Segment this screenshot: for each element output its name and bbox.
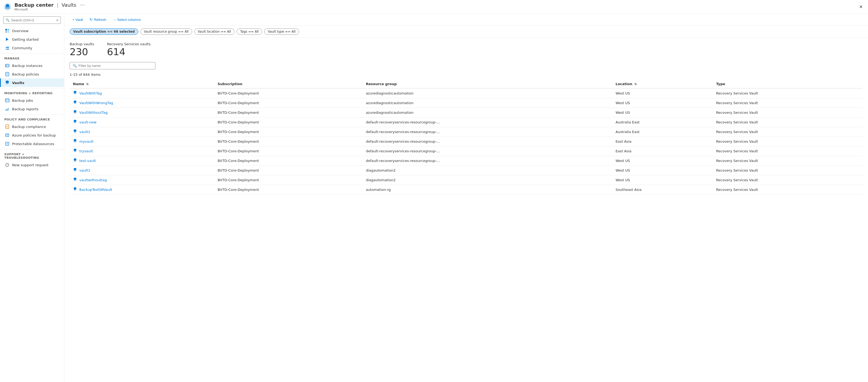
- cell-resourceGroup-0: azurediagnosticautomation: [363, 88, 612, 98]
- cell-name-10[interactable]: BackupTestSRVault: [70, 185, 214, 194]
- table-row[interactable]: VaultWithTagBVTD-Core-Deploymentazuredia…: [70, 88, 863, 98]
- col-header-location[interactable]: Location ⇅: [612, 80, 713, 88]
- vault-name-link-4[interactable]: vault1: [79, 130, 90, 134]
- sidebar-item-overview[interactable]: Overview: [0, 27, 64, 35]
- search-box[interactable]: 🔍 «: [3, 16, 61, 24]
- sidebar-item-backup-jobs[interactable]: Backup jobs: [0, 96, 64, 105]
- cell-name-0[interactable]: VaultWithTag: [70, 89, 214, 98]
- title-bar: Backup center | Vaults ··· Microsoft ✕: [0, 0, 868, 14]
- svg-rect-14: [6, 65, 7, 66]
- vault-row-icon: [73, 139, 77, 144]
- sort-icon-name: ⇅: [85, 82, 89, 86]
- sidebar-item-backup-reports[interactable]: Backup reports: [0, 105, 64, 113]
- filter-chip-vaultType[interactable]: Vault type == All: [264, 28, 299, 35]
- table-wrap: Name ⇅SubscriptionResource groupLocation…: [70, 80, 863, 195]
- sidebar-item-backup-policies[interactable]: Backup policies: [0, 70, 64, 78]
- cell-name-6[interactable]: tryvault: [70, 146, 214, 156]
- page-name: Vaults: [62, 2, 76, 8]
- cell-type-10: Recovery Services Vault: [713, 185, 863, 195]
- sidebar-item-azure-policies[interactable]: Azure policies for backup: [0, 131, 64, 139]
- cell-location-8: West US: [612, 166, 713, 175]
- sidebar-item-backup-instances[interactable]: Backup instances: [0, 61, 64, 70]
- filter-chip-location[interactable]: Vault location == All: [194, 28, 235, 35]
- refresh-button[interactable]: ↻ Refresh: [87, 16, 109, 23]
- recovery-vaults-label: Recovery Services vaults: [107, 42, 151, 46]
- cell-subscription-8: BVTD-Core-Deployment: [214, 166, 363, 175]
- cell-name-7[interactable]: test-vault: [70, 156, 214, 166]
- vault-name-link-9[interactable]: vaultwithouttag: [79, 178, 107, 182]
- filter-chip-resourceGroup[interactable]: Vault resource group == All: [141, 28, 192, 35]
- sidebar-item-protectable-datasources[interactable]: Protectable datasources: [0, 139, 64, 148]
- svg-point-65: [74, 178, 76, 180]
- vault-row-icon: [73, 177, 77, 182]
- more-options-dots[interactable]: ···: [80, 2, 85, 8]
- sidebar-item-community[interactable]: Community: [0, 44, 64, 52]
- recovery-vaults-stat: Recovery Services vaults 614: [107, 42, 151, 57]
- cell-name-4[interactable]: vault1: [70, 127, 214, 137]
- vault-row-icon: [73, 129, 77, 134]
- cell-name-9[interactable]: vaultwithouttag: [70, 175, 214, 185]
- cell-resourceGroup-9: diagautomation2: [363, 175, 612, 185]
- search-input[interactable]: [11, 18, 56, 22]
- cell-location-2: West US: [612, 108, 713, 117]
- sidebar-item-label-vaults: Vaults: [12, 81, 24, 85]
- vault-name-link-0[interactable]: VaultWithTag: [79, 91, 102, 95]
- app-name: Backup center: [14, 2, 54, 8]
- cell-name-1[interactable]: VaultWithWrongTag: [70, 98, 214, 108]
- svg-point-33: [6, 143, 8, 145]
- cell-name-5[interactable]: myvault: [70, 137, 214, 146]
- table-row[interactable]: tryvaultBVTD-Core-Deploymentdefault-reco…: [70, 146, 863, 156]
- svg-point-41: [74, 101, 76, 103]
- toolbar: + Vault ↻ Refresh → Select columns: [64, 14, 868, 26]
- filter-input-wrap[interactable]: 🔍: [70, 62, 155, 69]
- table-row[interactable]: myvaultBVTD-Core-Deploymentdefault-recov…: [70, 137, 863, 146]
- collapse-sidebar-button[interactable]: «: [56, 18, 58, 22]
- svg-point-3: [6, 4, 9, 6]
- vault-name-link-2[interactable]: VaultWithoutTag: [79, 110, 108, 114]
- cell-type-3: Recovery Services Vault: [713, 117, 863, 127]
- cell-type-0: Recovery Services Vault: [713, 88, 863, 98]
- vault-name-link-8[interactable]: vault1: [79, 168, 90, 172]
- vault-name-link-7[interactable]: test-vault: [79, 159, 96, 163]
- svg-point-59: [74, 159, 76, 160]
- table-row[interactable]: BackupTestSRVaultBVTD-Core-Deploymentaut…: [70, 185, 863, 195]
- col-header-name[interactable]: Name ⇅: [70, 80, 214, 88]
- close-button[interactable]: ✕: [857, 3, 865, 10]
- filter-by-name-input[interactable]: [79, 64, 153, 68]
- cell-location-6: East Asia: [612, 146, 713, 156]
- sidebar-item-getting-started[interactable]: Getting started: [0, 35, 64, 44]
- col-header-type: Type: [713, 80, 863, 88]
- table-row[interactable]: vault1BVTD-Core-Deploymentdefault-recove…: [70, 127, 863, 137]
- cell-type-7: Recovery Services Vault: [713, 156, 863, 166]
- vault-name-link-6[interactable]: tryvault: [79, 149, 93, 153]
- vault-name-link-1[interactable]: VaultWithWrongTag: [79, 101, 113, 105]
- cell-name-3[interactable]: vault-new: [70, 117, 214, 127]
- main-content: + Vault ↻ Refresh → Select columns Vault…: [64, 14, 868, 382]
- sidebar-item-vaults[interactable]: Vaults: [0, 78, 64, 87]
- table-row[interactable]: vault-newBVTD-Core-Deploymentdefault-rec…: [70, 117, 863, 127]
- svg-point-44: [74, 110, 76, 112]
- filter-chip-tags[interactable]: Tags == All: [237, 28, 262, 35]
- table-row[interactable]: test-vaultBVTD-Core-Deploymentdefault-re…: [70, 156, 863, 166]
- vault-name-link-5[interactable]: myvault: [79, 139, 94, 143]
- backup-vaults-value: 230: [70, 47, 94, 57]
- vault-name-link-3[interactable]: vault-new: [79, 120, 96, 124]
- vault-name-link-10[interactable]: BackupTestSRVault: [79, 188, 112, 192]
- sidebar-item-new-support-request[interactable]: ?New support request: [0, 161, 64, 169]
- cell-name-2[interactable]: VaultWithoutTag: [70, 108, 214, 117]
- table-row[interactable]: VaultWithoutTagBVTD-Core-Deploymentazure…: [70, 108, 863, 117]
- sidebar-item-backup-compliance[interactable]: Backup compliance: [0, 122, 64, 131]
- table-row[interactable]: vault1BVTD-Core-Deploymentdiagautomation…: [70, 166, 863, 175]
- svg-rect-27: [6, 109, 6, 110]
- select-columns-button[interactable]: → Select columns: [110, 16, 143, 23]
- table-row[interactable]: vaultwithouttagBVTD-Core-Deploymentdiaga…: [70, 175, 863, 185]
- app-body: 🔍 « OverviewGetting startedCommunityMana…: [0, 14, 868, 382]
- overview-icon: [5, 29, 9, 33]
- add-vault-button[interactable]: + Vault: [70, 16, 86, 23]
- cell-name-8[interactable]: vault1: [70, 166, 214, 175]
- title-left: Backup center | Vaults ··· Microsoft: [3, 2, 85, 11]
- filter-chip-subscription[interactable]: Vault subscription == 66 selected: [70, 28, 138, 35]
- cell-type-5: Recovery Services Vault: [713, 137, 863, 146]
- datasources-icon: [5, 142, 9, 146]
- table-row[interactable]: VaultWithWrongTagBVTD-Core-Deploymentazu…: [70, 98, 863, 108]
